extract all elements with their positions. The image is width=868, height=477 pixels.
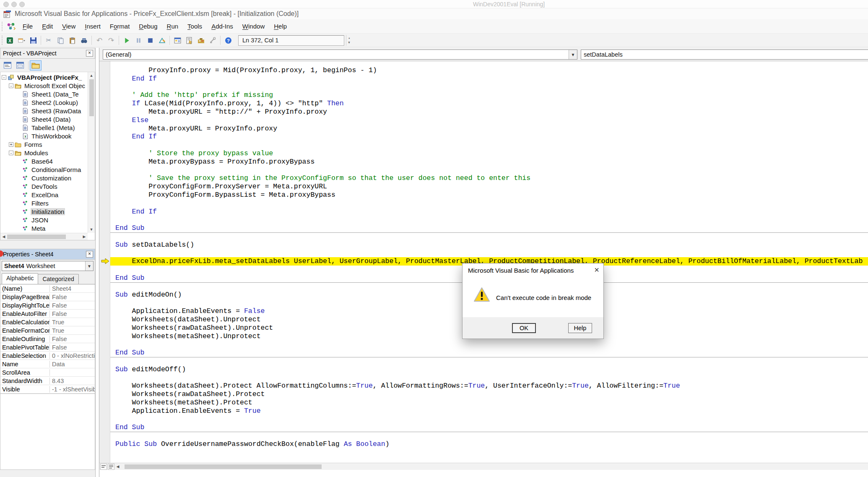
tree-item-sheet1-data-te[interactable]: Sheet1 (Data_Te bbox=[0, 90, 88, 98]
tree-item-modules[interactable]: -Modules bbox=[0, 149, 88, 157]
design-mode-icon[interactable] bbox=[156, 35, 167, 46]
full-module-view-button[interactable] bbox=[108, 464, 114, 470]
code-line[interactable]: End Sub bbox=[110, 224, 868, 232]
cut-icon[interactable]: ✂ bbox=[43, 35, 54, 46]
code-line[interactable]: Meta.proxyBypass = ProxyInfo.proxyBypass bbox=[110, 158, 868, 166]
toolbox-icon[interactable] bbox=[195, 35, 206, 46]
view-object-button[interactable] bbox=[14, 60, 26, 70]
chevron-down-icon[interactable]: ▼ bbox=[85, 261, 93, 271]
property-value[interactable]: False bbox=[50, 294, 95, 300]
tab-alphabetic[interactable]: Alphabetic bbox=[2, 273, 38, 284]
excel-icon[interactable]: X bbox=[4, 35, 15, 46]
copy-icon[interactable] bbox=[55, 35, 66, 46]
scroll-left-icon[interactable]: ◀ bbox=[0, 235, 7, 239]
scroll-right-icon[interactable]: ▶ bbox=[81, 235, 88, 239]
property-value[interactable]: False bbox=[50, 302, 95, 309]
menu-file[interactable]: File bbox=[18, 19, 37, 34]
code-line[interactable]: Public Sub OverrideUsernamePasswordCheck… bbox=[110, 440, 868, 448]
property-value[interactable]: False bbox=[50, 344, 95, 351]
menu-addins[interactable]: Add-Ins bbox=[207, 19, 238, 34]
code-line[interactable] bbox=[110, 340, 868, 349]
code-line[interactable] bbox=[110, 249, 868, 258]
code-line[interactable]: Worksheets(rawDataSheet).Protect bbox=[110, 390, 868, 399]
help-button[interactable]: Help bbox=[568, 323, 592, 333]
properties-object-combo[interactable]: Sheet4 Worksheet ▼ bbox=[2, 261, 94, 271]
tree-item-initialization[interactable]: Initialization bbox=[0, 207, 88, 216]
property-value[interactable]: 0 - xlNoRestricti bbox=[50, 352, 95, 359]
property-value[interactable]: False bbox=[50, 336, 95, 342]
tree-item-sheet3-rawdata[interactable]: Sheet3 (RawData bbox=[0, 107, 88, 115]
scroll-down-icon[interactable]: ▼ bbox=[90, 226, 94, 233]
properties-window-icon[interactable] bbox=[184, 35, 195, 46]
code-line[interactable] bbox=[110, 448, 868, 457]
tree-item-devtools[interactable]: DevTools bbox=[0, 182, 88, 190]
expand-icon[interactable]: + bbox=[9, 142, 13, 147]
code-line[interactable]: ' Save the proxy setting in the ProxyCon… bbox=[110, 174, 868, 182]
menubar-grip[interactable] bbox=[2, 22, 4, 31]
code-line[interactable]: End Sub bbox=[110, 423, 868, 432]
object-browser-icon[interactable] bbox=[207, 35, 218, 46]
scroll-left-icon[interactable]: ◀ bbox=[114, 464, 121, 469]
property-value[interactable]: Sheet4 bbox=[50, 285, 95, 292]
view-code-button[interactable] bbox=[2, 60, 13, 70]
code-line[interactable] bbox=[110, 199, 868, 208]
undo-icon[interactable]: ↶ bbox=[94, 35, 105, 46]
code-line[interactable]: Sub setDataLabels() bbox=[110, 241, 868, 249]
project-explorer-icon[interactable] bbox=[172, 35, 183, 46]
code-line[interactable] bbox=[110, 83, 868, 91]
scrollbar-thumb[interactable] bbox=[89, 79, 94, 116]
code-line[interactable]: Worksheets(metaSheet).Protect bbox=[110, 399, 868, 407]
code-line[interactable]: Sub editModeOff() bbox=[110, 365, 868, 374]
find-icon[interactable] bbox=[78, 35, 89, 46]
property-value[interactable]: True bbox=[50, 319, 95, 326]
mac-zoom-button[interactable] bbox=[19, 2, 25, 7]
code-line[interactable] bbox=[110, 166, 868, 175]
code-line[interactable] bbox=[110, 415, 868, 423]
menu-format[interactable]: Format bbox=[105, 19, 135, 34]
property-value[interactable]: -1 - xlSheetVisib bbox=[50, 386, 95, 393]
code-line[interactable]: ProxyInfo.proxy = Mid(ProxyInfo.proxy, 1… bbox=[110, 66, 868, 75]
code-line[interactable]: End If bbox=[110, 75, 868, 83]
collapse-icon[interactable]: - bbox=[9, 83, 13, 88]
code-line[interactable]: Application.EnableEvents = True bbox=[110, 407, 868, 415]
code-line[interactable] bbox=[110, 216, 868, 224]
code-line[interactable]: ProxyConfigForm.BypassList = Meta.proxyB… bbox=[110, 191, 868, 199]
properties-close-icon[interactable]: × bbox=[86, 251, 93, 258]
tree-horizontal-scrollbar[interactable]: ◀ ▶ bbox=[0, 233, 88, 240]
tree-item-json[interactable]: JSON bbox=[0, 216, 88, 224]
tree-item-sheet2-lookup[interactable]: Sheet2 (Lookup) bbox=[0, 98, 88, 107]
tree-item-meta[interactable]: Meta bbox=[0, 224, 88, 232]
scrollbar-thumb[interactable] bbox=[7, 235, 66, 239]
code-line[interactable]: Meta.proxyURL = "http://" + ProxyInfo.pr… bbox=[110, 108, 868, 116]
tree-item-microsoft-excel-objec[interactable]: -Microsoft Excel Objec bbox=[0, 81, 88, 90]
redo-icon[interactable]: ↷ bbox=[106, 35, 117, 46]
tree-item-forms[interactable]: +Forms bbox=[0, 140, 88, 149]
save-icon[interactable] bbox=[28, 35, 39, 46]
code-line[interactable] bbox=[110, 141, 868, 149]
procedure-view-button[interactable] bbox=[100, 464, 107, 470]
tree-item-base64[interactable]: Base64 bbox=[0, 157, 88, 165]
tree-item-filters[interactable]: Filters bbox=[0, 199, 88, 207]
property-value[interactable]: True bbox=[50, 327, 95, 334]
code-line[interactable]: ' Add the 'http' prefix if missing bbox=[110, 91, 868, 99]
scroll-up-icon[interactable]: ▲ bbox=[90, 72, 94, 79]
code-line[interactable]: Worksheets(dataSheet).Protect AllowForma… bbox=[110, 382, 868, 390]
code-line[interactable] bbox=[110, 456, 868, 463]
menu-tools[interactable]: Tools bbox=[183, 19, 207, 34]
menu-window[interactable]: Window bbox=[238, 19, 269, 34]
paste-icon[interactable] bbox=[67, 35, 78, 46]
tree-item-sheet4-data[interactable]: Sheet4 (Data) bbox=[0, 115, 88, 123]
project-close-icon[interactable]: × bbox=[86, 50, 93, 57]
toolbar-overflow-button[interactable]: ▪▾ bbox=[346, 35, 352, 46]
menu-edit[interactable]: Edit bbox=[37, 19, 57, 34]
code-line[interactable] bbox=[110, 232, 868, 241]
code-line[interactable] bbox=[110, 432, 868, 440]
break-icon[interactable] bbox=[133, 35, 144, 46]
code-line[interactable]: End If bbox=[110, 208, 868, 216]
mac-minimize-button[interactable] bbox=[11, 2, 17, 7]
dialog-close-icon[interactable]: × bbox=[594, 265, 599, 274]
property-value[interactable]: False bbox=[50, 310, 95, 317]
tree-item-customization[interactable]: Customization bbox=[0, 174, 88, 182]
code-horizontal-scrollbar[interactable]: ◀ bbox=[99, 463, 868, 470]
help-icon[interactable]: ? bbox=[223, 35, 234, 46]
